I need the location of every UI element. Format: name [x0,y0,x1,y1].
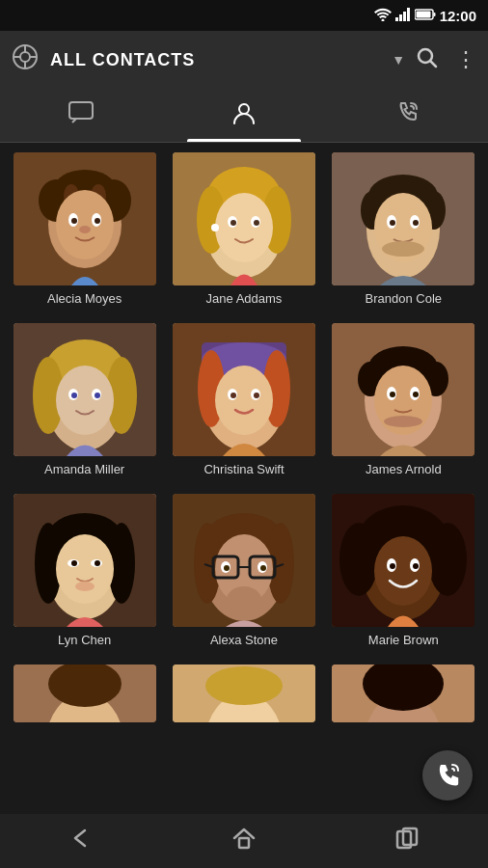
contact-avatar-partial2 [173,665,315,722]
svg-point-41 [254,220,259,226]
svg-point-84 [413,392,419,397]
search-icon[interactable] [415,45,438,74]
contact-avatar-alexa [173,494,315,627]
contact-amanda-miller[interactable]: Amanda Miller [10,323,159,484]
svg-point-111 [260,565,266,571]
svg-point-0 [381,18,384,21]
bottom-nav [0,814,488,868]
contact-alexa-stone[interactable]: Alexa Stone [169,494,318,655]
svg-point-85 [384,416,422,427]
contact-brandon-cole[interactable]: Brandon Cole [329,152,478,313]
svg-point-118 [374,536,432,606]
contact-partial-1[interactable] [10,665,159,722]
contact-avatar-alecia [14,152,156,285]
svg-point-42 [211,224,219,231]
contact-name-marie: Marie Brown [368,633,439,655]
svg-rect-6 [433,13,435,16]
tab-messages[interactable] [0,89,163,142]
contact-avatar-james [332,323,474,456]
contact-partial-3[interactable] [329,665,478,722]
svg-point-91 [56,534,114,604]
svg-point-31 [79,226,91,233]
svg-rect-3 [403,12,406,21]
contact-name-alexa: Alexa Stone [210,633,278,655]
contact-name-amanda: Amanda Miller [44,462,124,484]
battery-icon [415,7,436,24]
svg-point-116 [339,523,378,596]
contact-avatar-partial1 [14,665,156,722]
svg-point-70 [215,366,273,435]
svg-point-110 [224,565,230,571]
contact-avatar-christina [173,323,315,456]
recents-button[interactable] [325,826,488,856]
contact-partial-2[interactable] [169,665,318,722]
svg-point-73 [230,393,236,398]
contacts-area: Alecia Moyes [0,143,488,814]
svg-point-94 [71,560,77,566]
app-bar: ALL CONTACTS ▼ ⋮ [0,31,488,89]
svg-rect-132 [239,838,249,848]
dropdown-icon: ▼ [392,52,405,68]
contact-avatar-brandon [332,152,474,285]
svg-point-9 [20,52,30,62]
svg-rect-1 [395,17,398,21]
svg-point-122 [413,563,419,569]
contact-name-alecia: Alecia Moyes [47,291,122,313]
wifi-icon [374,8,392,24]
svg-point-74 [254,393,259,398]
contact-name-brandon: Brandon Cole [366,291,443,313]
svg-rect-7 [416,12,430,18]
svg-point-63 [95,393,100,398]
svg-rect-2 [399,14,402,21]
svg-point-62 [71,393,77,398]
signal-icon [395,8,411,24]
tab-bar [0,89,488,143]
messages-tab-icon [68,101,94,130]
app-bar-title: ALL CONTACTS [50,50,382,70]
svg-point-96 [75,582,95,591]
svg-point-17 [239,104,249,114]
contact-name-james: James Arnold [366,462,442,484]
svg-point-128 [205,666,283,705]
call-fab[interactable] [422,750,473,800]
contact-jane-addams[interactable]: Jane Addams [169,152,318,313]
contact-alecia-moyes[interactable]: Alecia Moyes [10,152,159,313]
contacts-grid: Alecia Moyes [10,152,478,722]
svg-point-51 [390,220,395,226]
contact-avatar-partial3 [332,665,474,722]
svg-point-30 [95,218,100,224]
contact-name-christina: Christina Swift [203,462,284,484]
contact-avatar-lyn [14,494,156,627]
contact-christina-swift[interactable]: Christina Swift [169,323,318,484]
status-icons: 12:00 [374,7,476,24]
svg-rect-4 [407,8,410,21]
contact-avatar-jane [173,152,315,285]
svg-point-112 [227,586,261,613]
svg-point-52 [413,220,419,226]
svg-point-95 [95,560,100,566]
contact-lyn-chen[interactable]: Lyn Chen [10,494,159,655]
contacts-tab-icon [231,100,257,131]
svg-line-15 [430,61,436,67]
contact-avatar-amanda [14,323,156,456]
svg-point-121 [390,563,395,569]
svg-point-117 [428,523,467,596]
svg-point-37 [215,193,273,262]
status-time: 12:00 [440,8,476,24]
tab-contacts[interactable] [163,89,326,142]
contact-name-lyn: Lyn Chen [58,633,111,655]
svg-point-40 [230,220,236,226]
svg-point-53 [382,241,424,257]
home-button[interactable] [163,826,326,856]
tab-phone[interactable] [325,89,488,142]
contact-name-jane: Jane Addams [206,291,283,313]
app-bar-actions: ⋮ [415,45,476,74]
back-button[interactable] [0,827,163,855]
svg-point-26 [56,190,114,259]
status-bar: 12:00 [0,0,488,31]
contact-marie-brown[interactable]: Marie Brown [329,494,478,655]
svg-point-83 [390,392,395,397]
contact-james-arnold[interactable]: James Arnold [329,323,478,484]
more-options-icon[interactable]: ⋮ [455,47,476,72]
app-logo-icon [12,43,41,76]
